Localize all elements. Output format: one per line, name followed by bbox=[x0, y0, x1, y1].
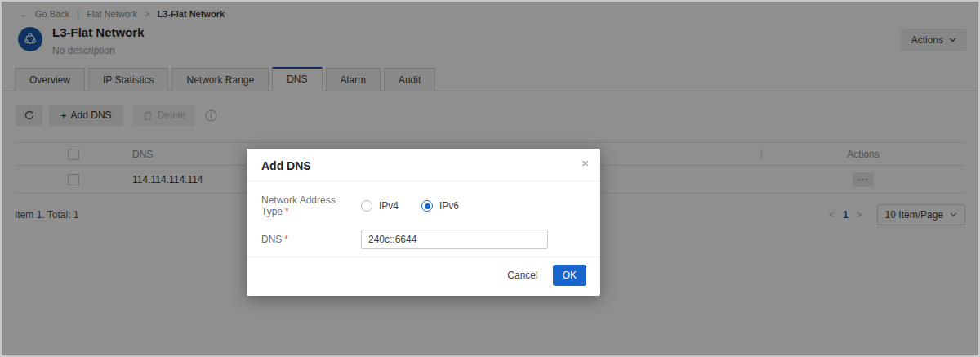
cancel-button[interactable]: Cancel bbox=[507, 270, 537, 281]
close-icon[interactable]: × bbox=[581, 156, 589, 170]
dns-input[interactable] bbox=[361, 230, 548, 249]
modal-title: Add DNS bbox=[261, 159, 311, 172]
modal-body: Network Address Type* IPv4 IPv6 DNS* bbox=[247, 181, 600, 257]
dns-field-row: DNS* bbox=[261, 230, 586, 249]
add-dns-modal: Add DNS × Network Address Type* IPv4 IPv… bbox=[247, 149, 600, 296]
radio-ipv4[interactable]: IPv4 bbox=[361, 200, 399, 212]
radio-ipv6-circle[interactable] bbox=[421, 200, 433, 212]
modal-header: Add DNS × bbox=[247, 149, 600, 181]
dns-field-label: DNS* bbox=[261, 234, 361, 245]
radio-ipv6-label: IPv6 bbox=[439, 200, 459, 212]
required-asterisk: * bbox=[284, 234, 288, 245]
network-address-type-radios: IPv4 IPv6 bbox=[361, 200, 459, 212]
radio-ipv4-label: IPv4 bbox=[379, 200, 399, 212]
network-address-type-row: Network Address Type* IPv4 IPv6 bbox=[261, 194, 586, 217]
required-asterisk: * bbox=[285, 206, 289, 217]
modal-footer: Cancel OK bbox=[247, 257, 600, 296]
radio-ipv6[interactable]: IPv6 bbox=[421, 200, 459, 212]
ok-button[interactable]: OK bbox=[553, 265, 586, 286]
network-address-type-label: Network Address Type* bbox=[261, 194, 361, 217]
app-window: ← Go Back | Flat Network > L3-Flat Netwo… bbox=[0, 0, 980, 357]
radio-ipv4-circle[interactable] bbox=[361, 200, 372, 212]
